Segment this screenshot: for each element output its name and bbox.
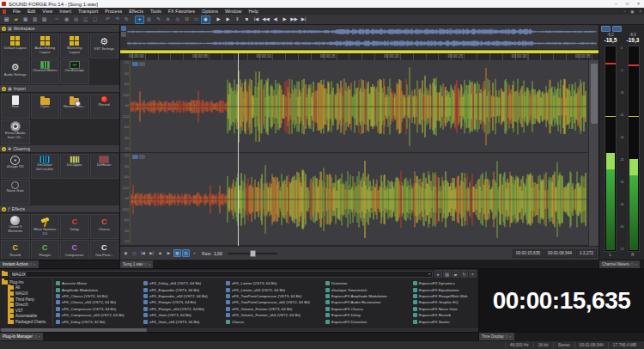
doc-minimize-icon[interactable]: – xyxy=(621,9,629,14)
tab-float-icon[interactable]: □ xyxy=(631,262,633,266)
plugin-item[interactable]: eFX_Delay (VST3, 32 Bit) xyxy=(56,318,140,324)
menu-item[interactable]: Process xyxy=(101,9,125,14)
toolbar-button[interactable]: + xyxy=(135,15,144,24)
toolbar-button[interactable]: ▧ xyxy=(39,15,49,24)
section-header[interactable]: ▾ ▣ Import xyxy=(0,85,119,93)
collapse-arrow-icon[interactable]: ▾ xyxy=(2,87,6,91)
toolbar-button[interactable]: ◎ xyxy=(144,15,154,24)
toolbar-button[interactable]: ▶ xyxy=(214,15,223,24)
toolbar-button[interactable]: ◀ xyxy=(270,15,280,24)
action-tile[interactable]: Recent Files... xyxy=(60,94,89,119)
tab-float-icon[interactable]: □ xyxy=(506,334,507,339)
plugin-item[interactable]: eFX_Limiter (VST3, 64 Bit) xyxy=(226,280,322,286)
mini-transport-button[interactable]: ▶ xyxy=(165,249,173,257)
rate-slider-handle[interactable] xyxy=(250,250,256,257)
tab-close-icon[interactable]: × xyxy=(33,262,35,266)
action-tile[interactable]: DeHisser xyxy=(90,154,119,179)
plugin-item[interactable]: ExpressFX Reverb xyxy=(413,312,478,318)
action-tile[interactable]: DeClicker DeCrackler xyxy=(31,154,60,179)
channel-left[interactable]: -1,5-3,0-6,0-12,0-Inf-12,0-6,0-3,0-1,5 xyxy=(120,60,588,153)
plugin-item[interactable]: Chorus xyxy=(226,318,322,324)
tab-float-icon[interactable]: □ xyxy=(30,262,32,266)
toolbar-button[interactable]: ▶▶ xyxy=(289,15,299,24)
plugin-item[interactable]: ExpressFX Stutter xyxy=(413,318,478,324)
action-tile[interactable]: Audio Editing Layout xyxy=(31,34,60,58)
mini-transport-button[interactable]: ▥ xyxy=(173,249,181,257)
wave-area[interactable]: -1,5-3,0-6,0-12,0-Inf-12,0-6,0-3,0-1,5 -… xyxy=(120,60,588,246)
horizontal-scrollbar[interactable] xyxy=(0,327,478,332)
toolbar-button[interactable]: ◫ xyxy=(81,15,90,24)
collapse-arrow-icon[interactable]: ▾ xyxy=(2,147,6,151)
vertical-scrollbar[interactable] xyxy=(588,60,598,246)
minimize-icon[interactable]: – xyxy=(611,0,622,8)
collapse-arrow-icon[interactable]: ▾ xyxy=(2,27,6,31)
close-icon[interactable]: × xyxy=(633,0,644,8)
action-tile[interactable]: Delay xyxy=(60,214,89,239)
menu-item[interactable]: Tools xyxy=(147,9,165,14)
plugin-item[interactable]: eFX_Expander_x64 (VST2, 64 Bit) xyxy=(143,293,222,299)
plugin-item[interactable]: eFX_Gate (VST3, 64 Bit) xyxy=(143,312,222,318)
action-tile[interactable]: DeClipper xyxy=(60,154,89,179)
tab-close-icon[interactable]: × xyxy=(38,334,39,339)
action-tile[interactable]: Channel Meters xyxy=(31,59,60,84)
plugin-item[interactable]: Amplitude Modulation xyxy=(56,286,140,292)
plugin-item[interactable]: Distortion xyxy=(325,280,410,286)
plugin-item[interactable]: eFX_Chorus (VST3, 64 Bit) xyxy=(56,293,140,299)
plugin-item[interactable]: ExpressFX Distortion xyxy=(325,318,410,324)
channel-menu-icon[interactable] xyxy=(139,62,145,66)
section-header[interactable]: ▾ ƒ Effects xyxy=(0,205,119,213)
plugin-item[interactable]: eFX_Delay_x64 (VST2, 64 Bit) xyxy=(143,280,222,286)
tab-float-icon[interactable]: □ xyxy=(34,334,36,339)
plugin-item[interactable]: eFX_Volume_Former_x64 (VST2, 64 Bit) xyxy=(226,312,322,318)
mini-transport-button[interactable]: |◀ xyxy=(139,249,147,257)
channel-meter-icon[interactable] xyxy=(132,155,138,159)
plugin-toolbar-button[interactable]: ▨ xyxy=(443,270,451,278)
mini-transport-button[interactable]: ▪ xyxy=(191,249,198,257)
action-tile[interactable]: Mastering Layout xyxy=(60,34,89,58)
maximize-icon[interactable]: □ xyxy=(622,0,633,8)
chevron-down-icon[interactable]: ▾ xyxy=(428,272,430,276)
toolbar-button[interactable]: ▶ xyxy=(280,15,289,24)
toolbar-button[interactable]: ▤ xyxy=(2,15,11,24)
action-tile[interactable]: Oscilloscope xyxy=(60,59,89,84)
action-tile[interactable]: Chorus xyxy=(90,214,119,239)
plugin-manager-tab[interactable]: Plug-In Manager □ × xyxy=(0,333,43,340)
action-tile[interactable]: Ozone 9 Elements xyxy=(1,214,30,239)
meter-options-icon[interactable] xyxy=(601,26,611,32)
menu-item[interactable]: Insert xyxy=(56,9,75,14)
toolbar-button[interactable]: ▰ xyxy=(11,15,21,24)
toolbar-button[interactable]: ↷ xyxy=(112,15,122,24)
menu-item[interactable]: File xyxy=(9,9,24,14)
plugin-item[interactable]: eFX_TwoPointCompressor_x64 (VST2, 64 Bit… xyxy=(226,299,322,305)
action-tile[interactable]: Extract Audio from CD... xyxy=(1,119,30,144)
plugin-toolbar-button[interactable]: ▸ xyxy=(434,270,442,278)
plugin-item[interactable]: élastique Timestretch xyxy=(325,286,410,292)
plugin-item[interactable]: ExpressFX Delay xyxy=(325,312,410,318)
plugin-item[interactable]: eFX_Compressor (VST3, 64 Bit) xyxy=(56,306,140,312)
doc-close-icon[interactable]: × xyxy=(636,9,644,14)
mini-transport-button[interactable]: ◉ xyxy=(122,249,130,257)
plugin-item[interactable]: ExpressFX Noise Gate xyxy=(413,306,478,312)
menu-item[interactable]: View xyxy=(39,9,56,14)
tab-float-icon[interactable]: □ xyxy=(145,262,147,266)
menu-item[interactable]: Options xyxy=(198,9,222,14)
waveform-left[interactable] xyxy=(131,61,588,152)
toolbar-button[interactable]: ▭ xyxy=(191,15,201,24)
mini-transport-button[interactable]: ◫ xyxy=(182,249,190,257)
action-tile[interactable]: Record xyxy=(90,94,119,119)
toolbar-button[interactable]: ◉ xyxy=(201,15,210,24)
instant-action-tab[interactable]: Instant Action □ × xyxy=(0,260,39,268)
plugin-folder-combo[interactable]: MAGIX ▾ xyxy=(9,271,433,278)
time-display-tab[interactable]: Time Display □ × xyxy=(479,333,514,340)
toolbar-button[interactable]: ↶ xyxy=(103,15,112,24)
toolbar-button[interactable]: ▦ xyxy=(21,15,30,24)
plugin-item[interactable]: eFX_Flanger_x64 (VST2, 64 Bit) xyxy=(143,306,222,312)
menu-item[interactable]: Window xyxy=(222,9,246,14)
meter-scale-icon[interactable] xyxy=(612,26,622,32)
mini-transport-button[interactable]: ▶| xyxy=(148,249,155,257)
overview-tool-icon[interactable] xyxy=(121,32,126,37)
mini-transport-button[interactable]: ▢ xyxy=(131,249,138,257)
toolbar-button[interactable]: ■ xyxy=(242,15,252,24)
tab-close-icon[interactable]: × xyxy=(509,334,511,339)
menu-item[interactable]: Help xyxy=(245,9,261,14)
